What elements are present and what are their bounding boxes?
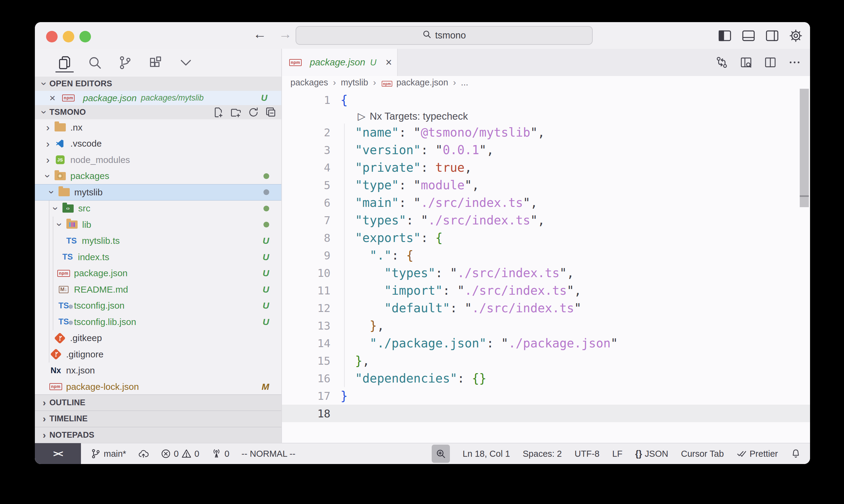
- split-button[interactable]: [763, 55, 778, 70]
- remote-indicator[interactable]: ><: [35, 443, 81, 464]
- compare-button[interactable]: [714, 55, 729, 70]
- tab-package-json[interactable]: npm package.json U ×: [282, 49, 398, 76]
- tree-item-tsconfig-json[interactable]: TStsconfig.jsonU: [35, 298, 281, 314]
- code-line-9[interactable]: 9 ".": {: [282, 247, 810, 264]
- tree-item-package-lock-json[interactable]: npmpackage-lock.jsonM: [35, 379, 281, 394]
- section-notepads[interactable]: ›NOTEPADS: [35, 427, 281, 443]
- status-0[interactable]: 0: [211, 449, 229, 459]
- breadcrumb-item[interactable]: npmpackage.json: [381, 77, 448, 88]
- new-folder-button[interactable]: [230, 106, 242, 119]
- code-editor[interactable]: 1{▷Nx Targets: typecheck2 "name": "@tsmo…: [282, 89, 810, 443]
- tree-item--nx[interactable]: ›.nx: [35, 119, 281, 136]
- tree-item--gitkeep[interactable]: .gitkeep: [35, 330, 281, 346]
- code-line-10[interactable]: 10 "types": "./src/index.ts",: [282, 264, 810, 282]
- tab-close-button[interactable]: ×: [385, 56, 392, 69]
- code-line-15[interactable]: 15 },: [282, 352, 810, 370]
- new-file-button[interactable]: [212, 106, 224, 119]
- tree-item-readme-md[interactable]: M↓README.mdU: [35, 282, 281, 298]
- activity-branch-button[interactable]: [117, 53, 133, 72]
- tree-item-label: nx.json: [66, 365, 95, 376]
- ellipsis-button[interactable]: [787, 55, 802, 70]
- minimize-window-button[interactable]: [63, 31, 74, 42]
- status-utf-8[interactable]: UTF-8: [574, 449, 599, 459]
- code-line-18[interactable]: 18: [282, 404, 810, 422]
- status-json[interactable]: {}JSON: [635, 449, 668, 459]
- code-line-4[interactable]: 4 "private": true,: [282, 159, 810, 176]
- status-main-[interactable]: main*: [91, 449, 126, 459]
- tree-item-packages[interactable]: ›packages: [35, 168, 281, 184]
- status--normal-[interactable]: -- NORMAL --: [242, 449, 296, 459]
- code-line-13[interactable]: 13 },: [282, 317, 810, 335]
- status-bell[interactable]: [791, 449, 801, 459]
- breadcrumb-item[interactable]: packages: [290, 77, 328, 88]
- tree-item-mytslib-ts[interactable]: TSmytslib.tsU: [35, 233, 281, 249]
- layout-sidebar-right-button[interactable]: [764, 28, 780, 43]
- tree-item-nx-json[interactable]: Nxnx.json: [35, 363, 281, 379]
- ellipsis-icon: [788, 56, 801, 69]
- activity-files-button[interactable]: [57, 53, 72, 72]
- breadcrumb-item[interactable]: ...: [461, 77, 468, 88]
- status-cloud-up[interactable]: [138, 449, 149, 459]
- line-number: 17: [282, 390, 330, 402]
- code-line-2[interactable]: 2 "name": "@tsmono/mytslib",: [282, 124, 810, 141]
- error-icon: [161, 449, 171, 459]
- layout-sidebar-left-button[interactable]: [717, 28, 733, 43]
- forward-button[interactable]: →: [279, 26, 292, 41]
- tree-item-tsconfig-lib-json[interactable]: TStsconfig.lib.jsonU: [35, 314, 281, 330]
- line-number: 1: [282, 94, 330, 106]
- tree-item-label: package-lock.json: [66, 382, 139, 392]
- status-cursor-tab[interactable]: Cursor Tab: [681, 449, 724, 459]
- tree-item-label: .nx: [70, 122, 83, 133]
- code-line-7[interactable]: 7 "types": "./src/index.ts",: [282, 211, 810, 229]
- explorer-section-header[interactable]: › TSMONO: [35, 105, 281, 119]
- tree-item-label: mytslib.ts: [82, 236, 120, 246]
- refresh-button[interactable]: [247, 106, 259, 119]
- code-line-16[interactable]: 16 "dependencies": {}: [282, 370, 810, 387]
- section-timeline[interactable]: ›TIMELINE: [35, 410, 281, 427]
- code-line-11[interactable]: 11 "import": "./src/index.ts",: [282, 282, 810, 299]
- code-line-1[interactable]: 1{: [282, 91, 810, 109]
- activity-chevron-down-button[interactable]: [178, 53, 194, 72]
- tree-item-lib[interactable]: ›lib: [35, 217, 281, 233]
- code-line-6[interactable]: 6 "main": "./src/index.ts",: [282, 194, 810, 211]
- code-line-5[interactable]: 5 "type": "module",: [282, 176, 810, 194]
- command-center-search[interactable]: tsmono: [296, 26, 593, 45]
- code-line-8[interactable]: 8 "exports": {: [282, 229, 810, 247]
- tree-item--vscode[interactable]: ›.vscode: [35, 136, 281, 152]
- code-line-12[interactable]: 12 "default": "./src/index.ts": [282, 299, 810, 317]
- tree-item-mytslib[interactable]: ›mytslib: [35, 184, 281, 200]
- tree-item--gitignore[interactable]: .gitignore: [35, 346, 281, 363]
- status-ln-18-col-1[interactable]: Ln 18, Col 1: [463, 449, 510, 459]
- activity-search-button[interactable]: [87, 53, 103, 72]
- codelens-nx-targets[interactable]: ▷Nx Targets: typecheck: [282, 109, 810, 124]
- editor-scrollbar[interactable]: [800, 89, 809, 207]
- open-editor-item[interactable]: × npm package.json packages/mytslib U: [35, 91, 281, 105]
- tree-item-package-json[interactable]: npmpackage.jsonU: [35, 265, 281, 282]
- close-editor-icon[interactable]: ×: [49, 92, 55, 104]
- layout-panel-button[interactable]: [741, 28, 756, 43]
- tree-item-src[interactable]: ›‹›src: [35, 200, 281, 217]
- line-number: 14: [282, 337, 330, 349]
- ts-gear-icon: TS: [57, 317, 71, 326]
- activity-extensions-button[interactable]: [148, 53, 163, 72]
- tree-item-node-modules[interactable]: ›JSnode_modules: [35, 152, 281, 168]
- status-prettier[interactable]: Prettier: [737, 449, 778, 459]
- collapse-all-button[interactable]: [265, 106, 277, 119]
- status-zoom-plus[interactable]: [432, 445, 450, 463]
- code-line-3[interactable]: 3 "version": "0.0.1",: [282, 141, 810, 159]
- code-line-17[interactable]: 17}: [282, 387, 810, 404]
- status-0[interactable]: 00: [161, 449, 199, 459]
- preview-search-button[interactable]: [739, 55, 754, 70]
- close-window-button[interactable]: [46, 31, 57, 42]
- status-lf[interactable]: LF: [612, 449, 622, 459]
- code-line-14[interactable]: 14 "./package.json": "./package.json": [282, 335, 810, 352]
- line-number: 9: [282, 249, 330, 262]
- zoom-window-button[interactable]: [80, 31, 91, 42]
- back-button[interactable]: ←: [253, 26, 266, 41]
- open-editors-header[interactable]: › OPEN EDITORS: [35, 77, 281, 91]
- gear-button[interactable]: [788, 28, 803, 43]
- status-spaces-2[interactable]: Spaces: 2: [523, 449, 562, 459]
- section-outline[interactable]: ›OUTLINE: [35, 394, 281, 410]
- breadcrumb-item[interactable]: mytslib: [341, 77, 368, 88]
- tree-item-index-ts[interactable]: TSindex.tsU: [35, 249, 281, 265]
